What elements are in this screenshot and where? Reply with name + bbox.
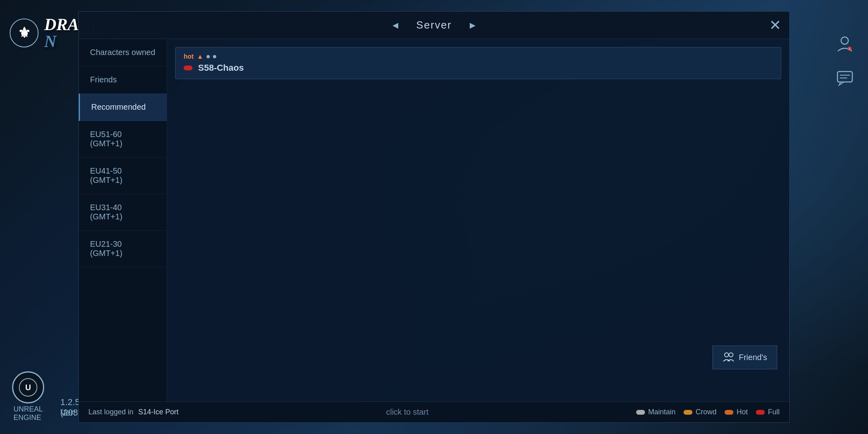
- unreal-logo: U UNREALENGINE: [12, 371, 44, 422]
- server-entry[interactable]: hot ▲ S58-Chaos: [175, 47, 781, 79]
- svg-point-4: [841, 37, 848, 44]
- legend-maintain: Maintain: [636, 408, 676, 416]
- server-legend: Maintain Crowd Hot Full: [636, 408, 780, 416]
- legend-full: Full: [756, 408, 780, 416]
- friends-button[interactable]: Friend's: [712, 346, 777, 369]
- sidebar-item-friends[interactable]: Friends: [79, 66, 167, 94]
- legend-crowd: Crowd: [684, 408, 717, 416]
- hot-dot1: [207, 55, 210, 58]
- server-entry-top: hot ▲: [184, 53, 773, 60]
- next-server-arrow[interactable]: ►: [468, 20, 477, 31]
- full-label: Full: [768, 408, 780, 416]
- maintain-dot: [636, 410, 645, 415]
- server-entry-main: S58-Chaos: [184, 63, 773, 73]
- server-nav: ◄ Server ►: [391, 19, 477, 31]
- svg-text:⚜: ⚜: [18, 25, 31, 41]
- friends-label: Friend's: [739, 353, 767, 362]
- hot-legend-label: Hot: [737, 408, 748, 416]
- right-icons: !: [834, 32, 856, 88]
- sidebar-item-eu41-50[interactable]: EU41-50 (GMT+1): [79, 158, 167, 194]
- full-dot: [756, 410, 765, 415]
- last-logged-section: Last logged in S14-Ice Port: [88, 408, 178, 416]
- svg-rect-7: [837, 72, 852, 82]
- server-name: S58-Chaos: [198, 63, 244, 73]
- hot-dot2: [213, 55, 216, 58]
- server-status-dot: [184, 66, 192, 70]
- svg-point-11: [729, 353, 733, 357]
- server-modal: ◄ Server ► ✕ Characters owned Friends Re…: [78, 11, 790, 423]
- sidebar: Characters owned Friends Recommended EU5…: [79, 39, 167, 401]
- click-start-label: click to start: [386, 407, 429, 417]
- hot-label: hot: [184, 53, 194, 60]
- prev-server-arrow[interactable]: ◄: [391, 20, 400, 31]
- sidebar-item-eu51-60[interactable]: EU51-60 (GMT+1): [79, 121, 167, 158]
- profile-icon[interactable]: !: [834, 32, 856, 54]
- sidebar-item-eu21-30[interactable]: EU21-30 (GMT+1): [79, 231, 167, 267]
- close-button[interactable]: ✕: [769, 18, 781, 33]
- hot-arrow: ▲: [197, 53, 203, 60]
- crowd-dot: [684, 410, 692, 415]
- unreal-label: UNREALENGINE: [13, 405, 43, 422]
- friends-icon: [723, 351, 734, 364]
- maintain-label: Maintain: [648, 408, 676, 416]
- unreal-circle: U: [12, 371, 44, 403]
- server-content-area: hot ▲ S58-Chaos: [167, 39, 789, 401]
- modal-title: Server: [416, 19, 452, 31]
- legend-hot: Hot: [725, 408, 748, 416]
- sidebar-item-characters-owned[interactable]: Characters owned: [79, 39, 167, 66]
- sidebar-item-eu31-40[interactable]: EU31-40 (GMT+1): [79, 194, 167, 231]
- svg-point-10: [725, 353, 729, 357]
- svg-text:U: U: [25, 383, 31, 392]
- svg-text:!: !: [849, 47, 850, 51]
- last-logged-server: S14-Ice Port: [138, 408, 178, 416]
- hot-dot: [725, 410, 733, 415]
- logo-icon: ⚜: [8, 17, 40, 49]
- crowd-label: Crowd: [696, 408, 717, 416]
- modal-footer: Last logged in S14-Ice Port click to sta…: [79, 401, 789, 422]
- modal-header: ◄ Server ► ✕: [79, 12, 789, 39]
- sidebar-item-recommended[interactable]: Recommended: [79, 94, 167, 121]
- modal-body: Characters owned Friends Recommended EU5…: [79, 39, 789, 401]
- chat-icon[interactable]: [834, 66, 856, 88]
- last-logged-label: Last logged in: [88, 408, 133, 416]
